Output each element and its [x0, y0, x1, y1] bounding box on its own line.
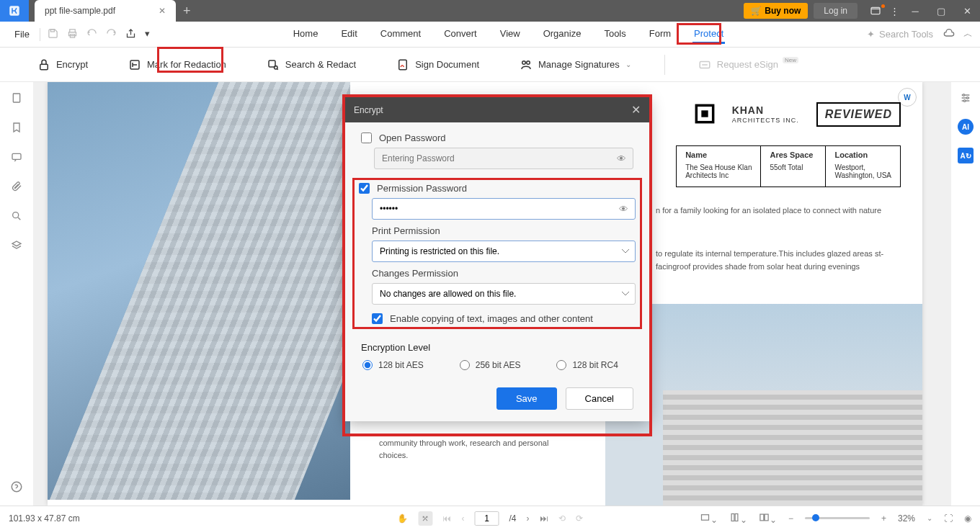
fullscreen-icon[interactable]: ⛶ — [944, 513, 953, 524]
layers-icon[interactable] — [11, 240, 22, 253]
fit-width-icon[interactable]: ⌄ — [700, 512, 718, 525]
attachments-icon[interactable] — [11, 181, 22, 194]
new-tab-button[interactable]: + — [183, 4, 191, 19]
sign-document-button[interactable]: Sign Document — [389, 54, 486, 76]
eye-icon[interactable]: 👁 — [619, 204, 628, 215]
undo-icon[interactable] — [86, 28, 97, 41]
minimize-icon[interactable]: ─ — [902, 0, 928, 22]
signatures-icon — [520, 58, 533, 71]
tab-organize[interactable]: Organize — [542, 25, 583, 44]
maximize-icon[interactable]: ▢ — [928, 0, 954, 22]
hand-tool-icon[interactable]: ✋ — [397, 513, 408, 524]
buy-now-button[interactable]: 🛒 Buy now — [744, 3, 808, 19]
mark-redaction-button[interactable]: Mark for Redaction — [121, 54, 233, 76]
request-esign-button[interactable]: Request eSign New — [691, 54, 806, 76]
main-tabs: Home Edit Comment Convert View Organize … — [150, 25, 867, 44]
cancel-button[interactable]: Cancel — [566, 387, 633, 410]
esign-icon — [698, 58, 711, 71]
zoom-out-icon[interactable]: − — [788, 513, 793, 524]
redo-icon[interactable] — [106, 28, 117, 41]
ribbon-protect: Encrypt Mark for Redaction Search & Reda… — [0, 48, 980, 82]
print-permission-select[interactable]: Printing is restricted on this file. — [372, 241, 636, 262]
document-tab[interactable]: ppt file-sample.pdf ✕ — [35, 0, 176, 22]
dialog-close-icon[interactable]: ✕ — [631, 103, 641, 117]
collapse-ribbon-icon[interactable]: ︿ — [963, 27, 973, 41]
radio-128-aes[interactable]: 128 bit AES — [362, 360, 424, 370]
permission-password-input[interactable] — [372, 198, 636, 220]
messages-icon[interactable] — [865, 0, 886, 22]
page-layout-icon[interactable]: ⌄ — [729, 512, 747, 525]
translate-icon[interactable]: A↻ — [958, 148, 974, 163]
share-icon[interactable] — [125, 28, 136, 41]
cart-icon: 🛒 — [751, 6, 762, 16]
tab-tools[interactable]: Tools — [602, 25, 627, 44]
manage-signatures-button[interactable]: Manage Signatures ⌄ — [512, 54, 638, 76]
close-tab-icon[interactable]: ✕ — [159, 6, 166, 16]
cloud-icon[interactable] — [943, 27, 955, 41]
khan-logo-icon — [695, 104, 715, 126]
prev-page-icon[interactable]: ‹ — [461, 513, 464, 524]
first-page-icon[interactable]: ⏮ — [442, 513, 451, 524]
permission-password-checkbox[interactable]: Permission Password — [359, 183, 636, 194]
close-window-icon[interactable]: ✕ — [954, 0, 980, 22]
zoom-slider[interactable] — [805, 517, 870, 519]
open-password-checkbox[interactable]: Open Password — [361, 132, 633, 143]
menu-bar: File ▾ Home Edit Comment Convert View Or… — [0, 22, 980, 48]
enable-copying-checkbox[interactable]: Enable copying of text, images and other… — [372, 313, 636, 324]
select-tool-icon[interactable]: ⤱ — [418, 511, 432, 526]
rotate-left-icon[interactable]: ⟲ — [558, 513, 566, 524]
tab-home[interactable]: Home — [292, 25, 320, 44]
reading-mode-icon[interactable]: ◉ — [964, 513, 971, 524]
tab-form[interactable]: Form — [648, 25, 672, 44]
svg-point-20 — [963, 100, 966, 102]
next-page-icon[interactable]: › — [527, 513, 530, 524]
tab-view[interactable]: View — [499, 25, 522, 44]
encrypt-dialog: Encrypt ✕ Open Password 👁 Permission Pas… — [345, 97, 649, 421]
eye-icon[interactable]: 👁 — [617, 153, 626, 164]
open-password-label: Open Password — [379, 132, 446, 143]
app-logo-icon[interactable] — [0, 0, 29, 22]
search-panel-icon[interactable] — [11, 210, 22, 224]
svg-rect-2 — [50, 29, 54, 31]
rotate-right-icon[interactable]: ⟳ — [576, 513, 583, 524]
lock-icon — [37, 58, 50, 71]
request-esign-label: Request eSign — [717, 59, 778, 70]
permission-password-label: Permission Password — [377, 183, 467, 194]
search-tools-label: Search Tools — [879, 29, 933, 40]
search-tools[interactable]: ✦ Search Tools — [867, 29, 933, 40]
more-menu-icon[interactable]: ⋮ — [886, 6, 902, 17]
open-password-input — [374, 148, 633, 169]
dropdown-icon[interactable]: ▾ — [145, 28, 150, 41]
page-number-input[interactable] — [474, 511, 499, 526]
ai-icon[interactable]: AI — [958, 119, 974, 135]
comments-panel-icon[interactable] — [11, 151, 22, 165]
radio-256-aes[interactable]: 256 bit AES — [460, 360, 521, 370]
doc-paragraph-3: community through work, research and per… — [379, 437, 574, 462]
bookmarks-icon[interactable] — [11, 122, 22, 135]
tab-edit[interactable]: Edit — [339, 25, 358, 44]
radio-128-rc4[interactable]: 128 bit RC4 — [556, 360, 618, 370]
print-icon[interactable] — [67, 28, 78, 41]
search-redact-button[interactable]: Search & Redact — [259, 54, 363, 76]
zoom-in-icon[interactable]: + — [881, 513, 886, 524]
last-page-icon[interactable]: ⏭ — [540, 513, 548, 524]
svg-point-16 — [13, 212, 19, 218]
login-button[interactable]: Log in — [814, 3, 858, 19]
svg-rect-6 — [40, 64, 48, 70]
encrypt-button[interactable]: Encrypt — [30, 54, 95, 76]
help-icon[interactable] — [10, 480, 23, 495]
changes-permission-select[interactable]: No changes are allowed on this file. — [372, 283, 636, 305]
save-icon[interactable] — [48, 28, 58, 41]
thumbnails-icon[interactable] — [11, 92, 22, 106]
encrypt-label: Encrypt — [56, 59, 88, 70]
read-mode-icon[interactable]: ⌄ — [759, 512, 777, 525]
tab-convert[interactable]: Convert — [442, 25, 478, 44]
tab-protect[interactable]: Protect — [692, 25, 725, 44]
khan-title: KHAN — [732, 105, 799, 116]
tab-comment[interactable]: Comment — [379, 25, 422, 44]
buy-now-label: Buy now — [765, 6, 801, 16]
dimensions-readout: 101.93 x 47.87 cm — [9, 513, 80, 524]
save-button[interactable]: Save — [496, 387, 557, 410]
sliders-icon[interactable] — [960, 92, 971, 106]
file-menu[interactable]: File — [7, 29, 37, 40]
